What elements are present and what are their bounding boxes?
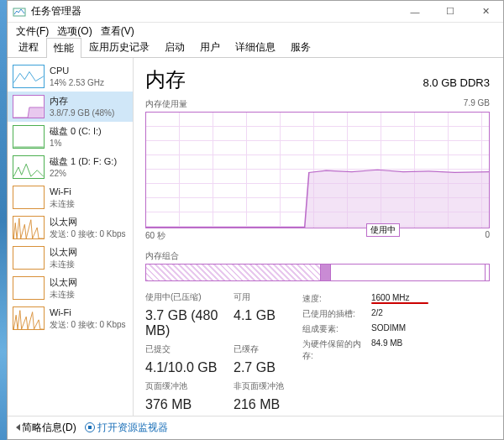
sidebar-item-sub: 发送: 0 接收: 0 Kbps [50,228,126,239]
menu-file[interactable]: 文件(F) [13,24,52,39]
sidebar-item-4[interactable]: Wi-Fi未连接 [8,182,133,212]
highlight-underline [371,302,428,304]
sidebar-item-name: 磁盘 1 (D: F: G:) [50,155,117,167]
sidebar-item-name: CPU [50,65,104,76]
menu-view[interactable]: 查看(V) [97,24,138,39]
sidebar-item-name: 以太网 [50,246,77,258]
sidebar-item-1[interactable]: 内存3.8/7.9 GB (48%) [8,92,133,122]
composition-free [331,265,486,281]
main-panel: 内存 8.0 GB DDR3 内存使用量 7.9 GB 使用中 60 秒 0 内… [134,58,503,416]
minimize-button[interactable]: — [397,1,433,22]
sidebar-item-sub: 14% 2.53 GHz [50,77,104,88]
desktop-edge [0,0,7,440]
sidebar-item-8[interactable]: Wi-Fi发送: 0 接收: 0 Kbps [8,303,133,333]
chevron-left-icon [16,424,20,431]
stat-value: 4.1/10.0 GB [145,360,234,375]
stat-value: 4.1 GB [234,308,291,338]
brief-info-toggle[interactable]: 简略信息(D) [16,421,76,435]
page-title: 内存 [145,66,186,93]
tab-users[interactable]: 用户 [192,37,228,57]
stat-label: 已提交 [145,343,234,355]
sidebar-thumb-icon [13,306,45,330]
tab-performance[interactable]: 性能 [46,38,81,58]
sidebar-item-sub: 未连接 [50,289,77,300]
memory-composition-chart [145,264,490,282]
tab-details[interactable]: 详细信息 [228,37,283,57]
tab-startup[interactable]: 启动 [157,37,192,57]
stat-label: 已缓存 [234,343,291,355]
stat-value: 3.7 GB (480 MB) [145,308,234,338]
detail-value: 2/2 [371,308,410,320]
sidebar-thumb-icon [13,186,45,209]
titlebar[interactable]: 任务管理器 — ☐ ✕ [8,1,503,23]
sidebar-thumb-icon [13,125,45,149]
stat-label: 非页面缓冲池 [234,380,291,392]
maximize-button[interactable]: ☐ [433,1,468,22]
sidebar-item-2[interactable]: 磁盘 0 (C: I:)1% [8,122,133,152]
sidebar-item-name: 内存 [50,95,114,107]
detail-label: 已使用的插槽: [302,308,371,320]
chart-max: 7.9 GB [464,98,490,110]
tab-app-history[interactable]: 应用历史记录 [81,37,157,57]
sidebar-item-6[interactable]: 以太网未连接 [8,243,133,273]
app-icon [13,5,26,18]
chart-x-left: 60 秒 [145,230,165,242]
stat-label: 页面缓冲池 [145,380,234,392]
sidebar-thumb-icon [13,276,45,300]
menu-options[interactable]: 选项(O) [54,24,95,39]
detail-value: 84.9 MB [371,338,410,362]
window-title: 任务管理器 [31,4,397,18]
close-button[interactable]: ✕ [468,1,503,22]
footer: 简略信息(D) 打开资源监视器 [8,416,503,439]
open-resmon-link[interactable]: 打开资源监视器 [85,421,168,435]
resmon-icon [85,422,95,432]
composition-in-use [146,265,321,281]
sidebar-thumb-icon [13,65,45,88]
stats-left: 使用中(已压缩)3.7 GB (480 MB)可用4.1 GB已提交4.1/10… [145,291,291,412]
tab-bar: 进程 性能 应用历史记录 启动 用户 详细信息 服务 [8,39,503,58]
stats-right: 速度:1600 MHz已使用的插槽:2/2组成要素:SODIMM为硬件保留的内存… [302,293,410,412]
stat-value: 216 MB [234,397,291,412]
memory-usage-chart: 使用中 [145,112,490,228]
stat-label: 使用中(已压缩) [145,291,234,303]
chart-x-right: 0 [485,230,490,242]
tab-processes[interactable]: 进程 [11,37,46,57]
sidebar-item-name: Wi-Fi [50,186,75,197]
chart-title: 内存使用量 [145,98,187,110]
composition-modified [321,265,331,281]
sidebar-item-name: Wi-Fi [50,306,126,318]
sidebar-item-3[interactable]: 磁盘 1 (D: F: G:)22% [8,152,133,182]
sidebar-item-sub: 22% [50,168,117,179]
sidebar-item-sub: 3.8/7.9 GB (48%) [50,107,114,118]
sidebar-item-sub: 发送: 0 接收: 0 Kbps [50,319,126,330]
stat-label: 可用 [234,291,291,303]
sidebar-thumb-icon [13,246,45,270]
sidebar-item-sub: 1% [50,138,102,149]
sidebar-item-5[interactable]: 以太网发送: 0 接收: 0 Kbps [8,212,133,243]
detail-label: 为硬件保留的内存: [302,338,371,362]
memory-capacity: 8.0 GB DDR3 [423,76,490,89]
stat-value: 376 MB [145,397,234,412]
detail-value: SODIMM [371,323,410,335]
stat-value: 2.7 GB [234,360,291,375]
sidebar-item-name: 以太网 [50,276,77,288]
tab-services[interactable]: 服务 [283,37,318,57]
sidebar-thumb-icon [13,95,45,118]
detail-label: 组成要素: [302,323,371,335]
chart-using-label: 使用中 [366,223,400,237]
sidebar-item-7[interactable]: 以太网未连接 [8,273,133,303]
sidebar-item-0[interactable]: CPU14% 2.53 GHz [8,61,133,92]
sidebar-item-sub: 未连接 [50,259,77,270]
sidebar-thumb-icon [13,155,45,179]
detail-label: 速度: [302,293,371,305]
task-manager-window: 任务管理器 — ☐ ✕ 文件(F) 选项(O) 查看(V) 进程 性能 应用历史… [7,0,504,440]
sidebar-item-sub: 未连接 [50,198,75,209]
sidebar-item-name: 磁盘 0 (C: I:) [50,125,102,137]
composition-label: 内存组合 [145,250,490,262]
sidebar: CPU14% 2.53 GHz内存3.8/7.9 GB (48%)磁盘 0 (C… [8,58,134,416]
sidebar-item-name: 以太网 [50,216,126,228]
sidebar-thumb-icon [13,216,45,239]
